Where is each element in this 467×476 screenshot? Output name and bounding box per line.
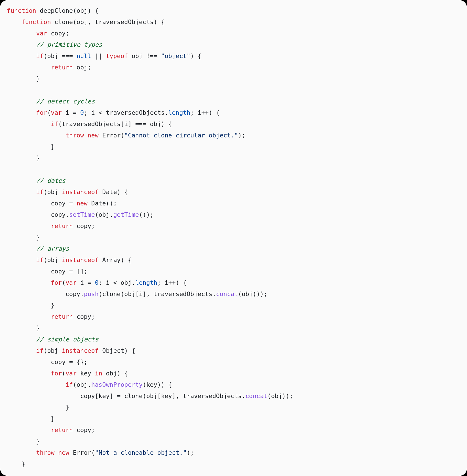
code-token-kw: instanceof xyxy=(62,256,98,264)
code-token-meth: push xyxy=(84,290,99,298)
code-token-kw: var xyxy=(65,370,77,377)
code-token-num: 0 xyxy=(80,109,84,116)
code-block: function deepClone(obj) { function clone… xyxy=(7,5,460,476)
code-token-fn: clone xyxy=(124,392,143,400)
code-token-kw: function xyxy=(7,7,36,14)
code-token-str: "object" xyxy=(161,52,191,60)
code-token-kw: new xyxy=(58,449,69,456)
code-token-meth: getTime xyxy=(113,211,139,218)
code-token-kw: var xyxy=(51,109,62,116)
code-token-class: Date xyxy=(91,200,106,207)
code-token-kw: in xyxy=(95,370,102,377)
code-token-str: "Not a cloneable object." xyxy=(95,449,187,456)
code-token-meth: concat xyxy=(216,290,238,298)
code-token-kw: throw xyxy=(65,132,84,139)
code-token-null: null xyxy=(77,52,91,60)
code-token-kw: instanceof xyxy=(62,347,98,354)
code-token-class: Array xyxy=(102,256,121,264)
code-token-kw: instanceof xyxy=(62,188,98,196)
code-token-fn: deepClone xyxy=(40,7,73,14)
code-token-meth: setTime xyxy=(69,211,95,218)
code-token-str: "Cannot clone circular object." xyxy=(124,132,238,139)
code-token-num: 0 xyxy=(95,279,99,286)
code-token-kw: return xyxy=(51,222,73,230)
code-token-kw: for xyxy=(36,109,47,116)
code-token-kw: for xyxy=(51,279,62,286)
code-snippet-card: function deepClone(obj) { function clone… xyxy=(0,0,467,476)
code-token-prop: length xyxy=(168,109,191,116)
code-token-kw: new xyxy=(77,200,88,207)
code-token-kw: var xyxy=(65,279,77,286)
code-token-kw: if xyxy=(51,120,58,128)
code-token-class: Error xyxy=(73,449,91,456)
code-token-class: Object xyxy=(102,347,124,354)
code-token-meth: hasOwnProperty xyxy=(91,381,143,388)
code-token-prop: length xyxy=(135,279,157,286)
code-token-kw: if xyxy=(65,381,73,388)
code-token-fn: clone xyxy=(102,290,121,298)
code-token-kw: for xyxy=(51,370,62,377)
code-token-kw: throw xyxy=(36,449,55,456)
code-token-kw: return xyxy=(51,313,73,320)
code-token-kw: var xyxy=(36,30,47,37)
code-token-kw: if xyxy=(36,52,44,60)
code-token-kw: new xyxy=(88,132,99,139)
code-token-com: // detect cycles xyxy=(36,98,95,105)
code-token-com: // dates xyxy=(36,177,66,184)
code-token-kw: return xyxy=(51,64,73,71)
code-token-meth: concat xyxy=(245,392,267,400)
code-token-fn: clone xyxy=(54,18,73,26)
code-token-kw: function xyxy=(22,18,51,26)
code-token-kw: if xyxy=(36,256,44,264)
code-token-com: // primitive types xyxy=(36,41,102,48)
code-token-com: // arrays xyxy=(36,245,69,252)
code-token-kw: return xyxy=(51,426,73,434)
code-token-class: Error xyxy=(102,132,121,139)
code-token-class: Date xyxy=(102,188,117,196)
code-token-com: // simple objects xyxy=(36,336,99,343)
code-token-kw: typeof xyxy=(106,52,128,60)
code-token-kw: if xyxy=(36,347,44,354)
code-token-kw: if xyxy=(36,188,44,196)
